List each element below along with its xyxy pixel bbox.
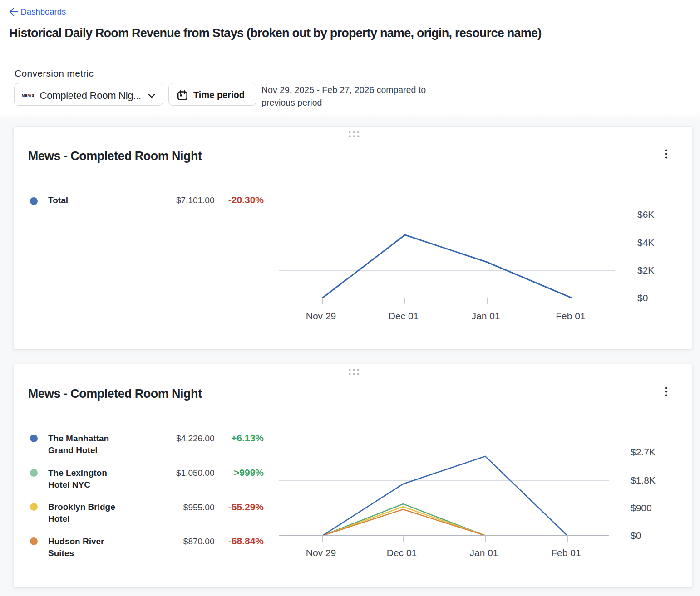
- svg-text:$0: $0: [637, 293, 648, 303]
- svg-text:$0: $0: [631, 530, 641, 541]
- svg-text:Jan 01: Jan 01: [469, 547, 498, 558]
- svg-text:$2.7K: $2.7K: [631, 447, 656, 457]
- svg-text:Dec 01: Dec 01: [389, 311, 419, 321]
- svg-text:$900: $900: [631, 503, 652, 513]
- svg-text:$6K: $6K: [637, 209, 654, 220]
- svg-text:$4K: $4K: [637, 237, 654, 248]
- svg-text:$1.8K: $1.8K: [631, 475, 656, 485]
- svg-text:Nov 29: Nov 29: [306, 311, 336, 321]
- svg-text:Nov 29: Nov 29: [306, 547, 336, 558]
- svg-text:Feb 01: Feb 01: [551, 547, 581, 558]
- svg-text:$2K: $2K: [637, 265, 654, 275]
- svg-text:Dec 01: Dec 01: [387, 547, 417, 558]
- svg-text:Jan 01: Jan 01: [471, 311, 500, 321]
- svg-text:Feb 01: Feb 01: [556, 311, 585, 321]
